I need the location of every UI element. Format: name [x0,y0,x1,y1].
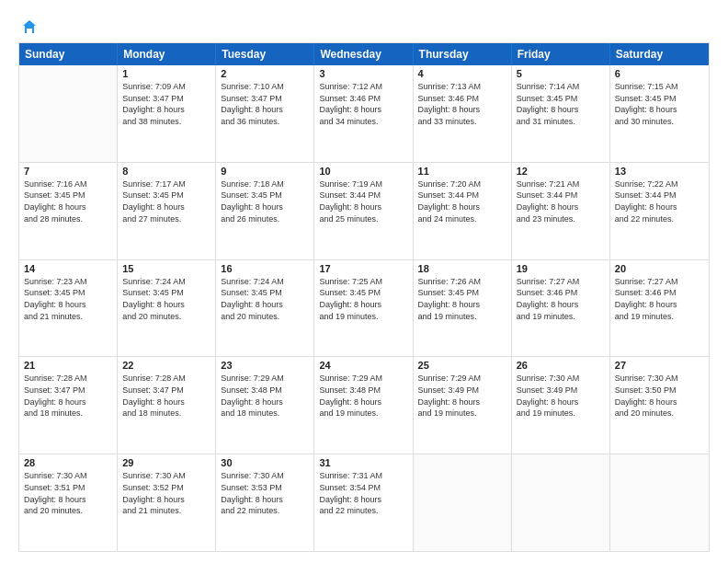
cell-line: Sunrise: 7:16 AM [24,179,112,190]
cell-line: Daylight: 8 hours [122,202,210,213]
cell-line: and 36 minutes. [221,117,309,128]
calendar-row-0: 1Sunrise: 7:09 AMSunset: 3:47 PMDaylight… [19,65,709,163]
cell-line: Sunset: 3:45 PM [24,288,112,299]
cell-line: and 18 minutes. [24,408,112,419]
cell-line: Sunset: 3:47 PM [122,385,210,396]
day-number: 8 [122,166,210,177]
cell-line: Sunrise: 7:30 AM [122,471,210,482]
cell-line: Sunset: 3:45 PM [221,288,309,299]
calendar-cell: 16Sunrise: 7:24 AMSunset: 3:45 PMDayligh… [216,260,314,357]
day-number: 26 [517,360,605,371]
cell-line: Sunset: 3:46 PM [319,94,407,105]
cell-line: and 20 minutes. [24,506,112,517]
cell-line: Daylight: 8 hours [319,105,407,116]
cell-line: and 23 minutes. [517,214,605,225]
weekday-header-wednesday: Wednesday [314,43,413,65]
cell-line: Sunrise: 7:30 AM [24,471,112,482]
calendar-cell: 11Sunrise: 7:20 AMSunset: 3:44 PMDayligh… [414,163,512,259]
cell-line: and 19 minutes. [319,312,407,323]
day-number: 1 [122,68,210,79]
calendar-cell: 28Sunrise: 7:30 AMSunset: 3:51 PMDayligh… [19,454,118,551]
day-number: 29 [122,457,210,468]
cell-line: Sunrise: 7:28 AM [24,373,112,385]
cell-line: Sunrise: 7:27 AM [615,277,704,288]
logo-general [18,17,40,37]
cell-line: Sunrise: 7:19 AM [319,179,407,190]
day-number: 28 [24,457,112,468]
cell-line: and 21 minutes. [122,506,210,517]
cell-line: Sunset: 3:49 PM [418,385,506,396]
day-number: 21 [24,360,112,371]
cell-line: Sunset: 3:45 PM [122,190,210,201]
cell-line: and 19 minutes. [517,312,605,323]
day-number: 20 [615,263,704,274]
day-number: 30 [221,457,309,468]
cell-line: Sunset: 3:47 PM [122,94,210,105]
cell-line: and 19 minutes. [418,408,506,419]
calendar-cell: 31Sunrise: 7:31 AMSunset: 3:54 PMDayligh… [314,454,413,551]
cell-line: Sunrise: 7:14 AM [517,82,605,93]
cell-line: Sunrise: 7:29 AM [418,373,506,385]
day-number: 18 [418,263,506,274]
cell-line: and 19 minutes. [517,408,605,419]
cell-line: Daylight: 8 hours [615,202,704,213]
day-number: 15 [122,263,210,274]
day-number: 14 [24,263,112,274]
cell-line: and 33 minutes. [418,117,506,128]
calendar-cell: 29Sunrise: 7:30 AMSunset: 3:52 PMDayligh… [118,454,216,551]
cell-line: and 20 minutes. [221,312,309,323]
cell-line: Sunset: 3:45 PM [24,190,112,201]
cell-line: Sunrise: 7:30 AM [221,471,309,482]
cell-line: Sunset: 3:50 PM [615,385,704,396]
cell-line: Sunrise: 7:15 AM [615,82,704,93]
calendar-cell: 1Sunrise: 7:09 AMSunset: 3:47 PMDaylight… [118,65,216,162]
calendar-cell: 15Sunrise: 7:24 AMSunset: 3:45 PMDayligh… [118,260,216,357]
calendar-body: 1Sunrise: 7:09 AMSunset: 3:47 PMDaylight… [19,65,709,551]
cell-line: Sunrise: 7:21 AM [517,179,605,190]
day-number: 16 [221,263,309,274]
cell-line: Daylight: 8 hours [122,105,210,116]
cell-line: Sunrise: 7:17 AM [122,179,210,190]
cell-line: and 27 minutes. [122,214,210,225]
cell-line: Sunrise: 7:23 AM [24,277,112,288]
cell-line: Sunset: 3:47 PM [221,94,309,105]
cell-line: Sunrise: 7:29 AM [319,373,407,385]
cell-line: Sunset: 3:46 PM [418,94,506,105]
cell-line: Daylight: 8 hours [319,495,407,506]
calendar-cell: 10Sunrise: 7:19 AMSunset: 3:44 PMDayligh… [314,163,413,259]
day-number: 24 [319,360,407,371]
calendar-row-2: 14Sunrise: 7:23 AMSunset: 3:45 PMDayligh… [19,260,709,358]
cell-line: Sunrise: 7:28 AM [122,373,210,385]
calendar-cell: 4Sunrise: 7:13 AMSunset: 3:46 PMDaylight… [414,65,512,162]
cell-line: and 22 minutes. [319,506,407,517]
cell-line: and 21 minutes. [24,312,112,323]
header [18,17,710,35]
calendar-cell: 7Sunrise: 7:16 AMSunset: 3:45 PMDaylight… [19,163,118,259]
cell-line: Sunset: 3:44 PM [615,190,704,201]
day-number: 17 [319,263,407,274]
cell-line: Daylight: 8 hours [517,202,605,213]
calendar-cell: 2Sunrise: 7:10 AMSunset: 3:47 PMDaylight… [216,65,314,162]
cell-line: Sunrise: 7:10 AM [221,82,309,93]
calendar-cell: 20Sunrise: 7:27 AMSunset: 3:46 PMDayligh… [610,260,709,357]
cell-line: Sunrise: 7:30 AM [615,373,704,385]
cell-line: Daylight: 8 hours [319,202,407,213]
weekday-header-friday: Friday [512,43,610,65]
calendar-cell: 12Sunrise: 7:21 AMSunset: 3:44 PMDayligh… [512,163,610,259]
calendar-cell [512,454,610,551]
cell-line: Daylight: 8 hours [418,300,506,311]
cell-line: and 18 minutes. [221,408,309,419]
calendar-cell: 8Sunrise: 7:17 AMSunset: 3:45 PMDaylight… [118,163,216,259]
cell-line: Sunset: 3:45 PM [221,190,309,201]
weekday-header-saturday: Saturday [610,43,709,65]
cell-line: Daylight: 8 hours [418,397,506,408]
day-number: 27 [615,360,704,371]
cell-line: and 20 minutes. [615,408,704,419]
calendar-cell: 26Sunrise: 7:30 AMSunset: 3:49 PMDayligh… [512,357,610,454]
weekday-header-thursday: Thursday [414,43,512,65]
calendar-cell: 3Sunrise: 7:12 AMSunset: 3:46 PMDaylight… [314,65,413,162]
cell-line: Sunrise: 7:30 AM [517,373,605,385]
cell-line: Daylight: 8 hours [615,300,704,311]
calendar-row-3: 21Sunrise: 7:28 AMSunset: 3:47 PMDayligh… [19,357,709,454]
cell-line: and 22 minutes. [221,506,309,517]
